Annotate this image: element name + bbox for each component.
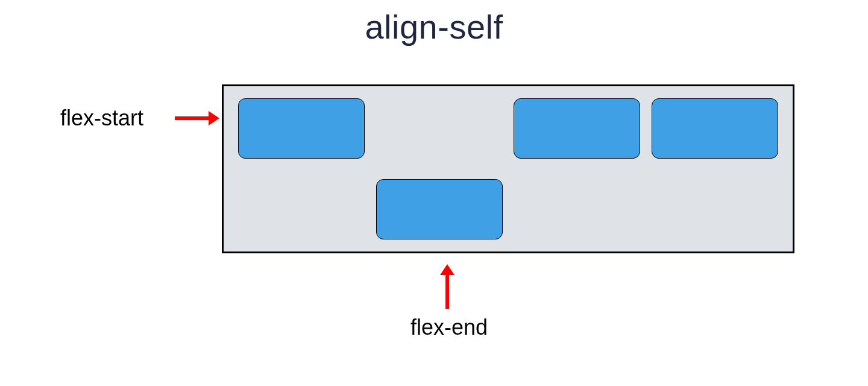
flex-container bbox=[222, 84, 794, 253]
flex-item bbox=[238, 98, 365, 159]
diagram-title: align-self bbox=[0, 7, 868, 46]
diagram-canvas: align-self flex-start flex-end bbox=[0, 0, 868, 386]
flex-item bbox=[652, 98, 778, 159]
flex-end-label: flex-end bbox=[380, 315, 518, 340]
flex-item bbox=[514, 98, 640, 159]
flex-item bbox=[376, 179, 503, 239]
flex-start-label: flex-start bbox=[60, 106, 143, 131]
